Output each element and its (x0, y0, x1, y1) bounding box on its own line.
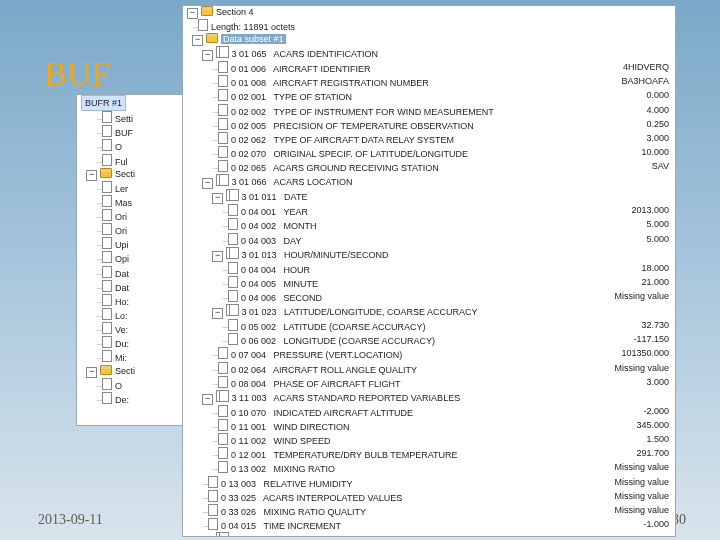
collapse-icon[interactable]: − (202, 178, 213, 189)
tree-leaf[interactable]: ····0 02 005 PRECISION OF TEMPERATURE OB… (183, 118, 675, 132)
collapse-icon[interactable]: − (212, 193, 223, 204)
page-icon (218, 362, 228, 374)
value: 3.000 (646, 376, 669, 388)
value: 345.000 (636, 419, 669, 431)
pages-icon (216, 46, 226, 58)
page-icon (208, 518, 218, 530)
tree-leaf[interactable]: ····0 02 062 TYPE OF AIRCRAFT DATA RELAY… (183, 132, 675, 146)
page-icon (228, 319, 238, 331)
tree-leaf[interactable]: ····0 13 003 RELATIVE HUMIDITYMissing va… (183, 476, 675, 490)
value: Missing value (614, 362, 669, 374)
pages-icon (226, 247, 236, 259)
tree-leaf[interactable]: ····0 33 026 MIXING RATIO QUALITYMissing… (183, 504, 675, 518)
collapse-icon[interactable]: − (202, 394, 213, 405)
tree-leaf[interactable]: ····0 04 002 MONTH5.000 (183, 218, 675, 232)
tree-leaf[interactable]: ····0 04 001 YEAR2013.000 (183, 204, 675, 218)
collapse-icon[interactable]: − (202, 50, 213, 61)
value: 101350.000 (621, 347, 669, 359)
collapse-icon[interactable]: − (212, 308, 223, 319)
value: 5.000 (646, 218, 669, 230)
value: 4.000 (646, 104, 669, 116)
page-icon (218, 75, 228, 87)
page-icon (208, 504, 218, 516)
tree-leaf[interactable]: ····0 11 001 WIND DIRECTION345.000 (183, 419, 675, 433)
value: 18.000 (641, 262, 669, 274)
tree-panel-main[interactable]: −Section 4 ····Length: 11891 octets −Dat… (182, 5, 676, 537)
collapse-icon[interactable]: − (192, 35, 203, 46)
page-icon (228, 276, 238, 288)
value: 291.700 (636, 447, 669, 459)
page-icon (228, 333, 238, 345)
value: BA3HOAFA (621, 75, 669, 87)
tree-leaf[interactable]: ····0 05 002 LATITUDE (COARSE ACCURACY)3… (183, 319, 675, 333)
page-icon (228, 262, 238, 274)
value: Missing value (614, 490, 669, 502)
tree-leaf[interactable]: ····0 06 002 LONGITUDE (COARSE ACCURACY)… (183, 333, 675, 347)
pages-icon (226, 304, 236, 316)
value: -2.000 (643, 405, 669, 417)
page-icon (218, 160, 228, 172)
collapse-icon[interactable]: − (212, 251, 223, 262)
tree-leaf[interactable]: ····0 04 005 MINUTE21.000 (183, 276, 675, 290)
value: 10.000 (641, 146, 669, 158)
tree-leaf[interactable]: ····0 04 003 DAY5.000 (183, 233, 675, 247)
tree-leaf[interactable]: ····0 13 002 MIXING RATIOMissing value (183, 461, 675, 475)
page-icon (228, 204, 238, 216)
page-icon (208, 490, 218, 502)
page-icon (218, 461, 228, 473)
tree-leaf[interactable]: ····0 02 065 ACARS GROUND RECEIVING STAT… (183, 160, 675, 174)
page-icon (218, 146, 228, 158)
page-icon (218, 447, 228, 459)
page-icon (198, 19, 208, 31)
section-label[interactable]: Section 4 (216, 7, 254, 17)
collapse-icon[interactable]: − (187, 8, 198, 19)
subset-label[interactable]: Data subset #1 (221, 34, 286, 44)
collapse-icon[interactable]: − (202, 536, 213, 537)
tree-leaf[interactable]: ····0 04 015 TIME INCREMENT-1.000 (183, 518, 675, 532)
page-icon (228, 218, 238, 230)
tree-leaf[interactable]: ····0 02 001 TYPE OF STATION0.000 (183, 89, 675, 103)
page-icon (218, 433, 228, 445)
tree-leaf[interactable]: ····0 02 064 AIRCRAFT ROLL ANGLE QUALITY… (183, 362, 675, 376)
value: 4HIDVERQ (623, 61, 669, 73)
tree-leaf[interactable]: ····0 01 008 AIRCRAFT REGISTRATION NUMBE… (183, 75, 675, 89)
value: 3.000 (646, 132, 669, 144)
value: 2013.000 (631, 204, 669, 216)
tree-leaf[interactable]: ····0 01 006 AIRCRAFT IDENTIFIER4HIDVERQ (183, 61, 675, 75)
page-icon (208, 476, 218, 488)
page-icon (228, 290, 238, 302)
tree-leaf[interactable]: ····0 02 002 TYPE OF INSTRUMENT FOR WIND… (183, 104, 675, 118)
page-icon (218, 405, 228, 417)
bufr-header[interactable]: BUFR #1 (81, 95, 126, 111)
value: 0.000 (646, 89, 669, 101)
folder-open-icon (201, 6, 213, 16)
tree-leaf[interactable]: ····0 07 004 PRESSURE (VERT.LOCATION)101… (183, 347, 675, 361)
value: -117.150 (633, 333, 669, 345)
value: Missing value (614, 290, 669, 302)
value: Missing value (614, 504, 669, 516)
tree-leaf[interactable]: ····0 08 004 PHASE OF AIRCRAFT FLIGHT3.0… (183, 376, 675, 390)
page-icon (218, 347, 228, 359)
folder-open-icon (206, 33, 218, 43)
value: Missing value (614, 461, 669, 473)
value: 21.000 (641, 276, 669, 288)
tree-leaf[interactable]: ····0 11 002 WIND SPEED1.500 (183, 433, 675, 447)
length-label: Length: 11891 octets (211, 22, 295, 32)
tree-leaf[interactable]: ····0 10 070 INDICATED AIRCRAFT ALTITUDE… (183, 405, 675, 419)
tree-leaf[interactable]: ····0 04 006 SECONDMissing value (183, 290, 675, 304)
slide-title: BUF (44, 55, 110, 93)
tree-leaf[interactable]: ····0 04 004 HOUR18.000 (183, 262, 675, 276)
value: SAV (652, 160, 669, 172)
pages-icon (226, 189, 236, 201)
pages-icon (216, 532, 226, 537)
tree-leaf[interactable]: ····0 33 025 ACARS INTERPOLATED VALUESMi… (183, 490, 675, 504)
page-icon (218, 89, 228, 101)
value: 0.250 (646, 118, 669, 130)
tree-leaf[interactable]: ····0 12 001 TEMPERATURE/DRY BULB TEMPER… (183, 447, 675, 461)
value: 32.730 (641, 319, 669, 331)
pages-icon (216, 390, 226, 402)
tree-leaf[interactable]: ····0 02 070 ORIGINAL SPECIF. OF LATITUD… (183, 146, 675, 160)
page-icon (218, 104, 228, 116)
page-icon (228, 233, 238, 245)
page-icon (218, 419, 228, 431)
